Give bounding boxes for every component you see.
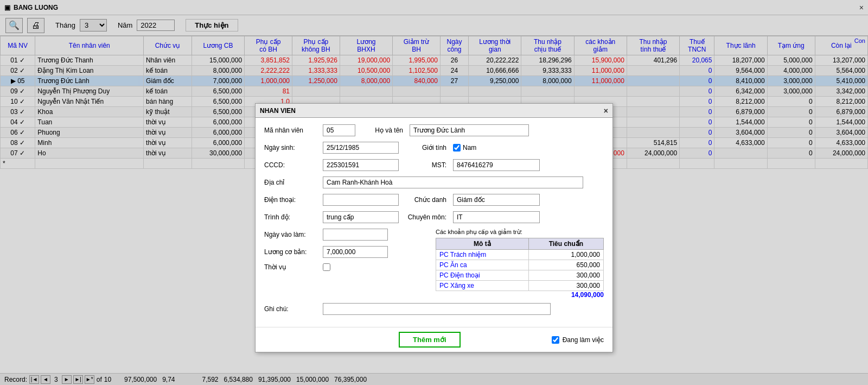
thoi-vu-label: Thời vụ — [264, 263, 318, 271]
luong-co-ban-input[interactable] — [323, 246, 388, 258]
allowance-title: Các khoản phụ cấp và giảm trừ: — [436, 229, 604, 236]
allowance-table: Mô tả Tiêu chuẩn PC Trách nhiệm1,000,000… — [436, 238, 604, 291]
ngay-sinh-row: Ngày sinh: Giới tính Nam — [264, 142, 604, 154]
chuc-danh-label: Chức danh — [403, 196, 446, 204]
cccd-row: CCCD: MST: — [264, 159, 604, 171]
nhan-vien-modal: NHAN VIEN × Mã nhân viên Họ và tên Ngày … — [255, 103, 613, 352]
ho-ten-label: Họ và tên — [360, 127, 403, 134]
modal-overlay: NHAN VIEN × Mã nhân viên Họ và tên Ngày … — [0, 0, 868, 385]
gioi-tinh-group: Nam — [453, 144, 476, 152]
cccd-label: CCCD: — [264, 161, 318, 169]
mst-input[interactable] — [453, 159, 540, 171]
luong-co-ban-label: Lương cơ bản: — [264, 248, 318, 256]
lower-section: Ngày vào làm: Lương cơ bản: Thời vụ Các … — [264, 229, 604, 299]
ngay-vao-lam-label: Ngày vào làm: — [264, 231, 318, 238]
allowance-total: 14,090,000 — [436, 291, 604, 299]
dien-thoai-label: Điện thoại: — [264, 196, 318, 204]
thoi-vu-checkbox[interactable] — [323, 263, 330, 271]
them-moi-button[interactable]: Thêm mới — [399, 332, 460, 348]
modal-body: Mã nhân viên Họ và tên Ngày sinh: Giới t… — [256, 118, 612, 327]
modal-close-button[interactable]: × — [604, 106, 608, 115]
gioi-tinh-label: Giới tính — [403, 144, 446, 152]
ghi-chu-label: Ghi chú: — [264, 305, 318, 313]
ngay-vao-lam-row: Ngày vào làm: — [264, 229, 427, 241]
chuyen-mon-label: Chuyên môn: — [403, 213, 446, 221]
dien-thoai-input[interactable] — [323, 194, 399, 206]
ma-nv-row: Mã nhân viên Họ và tên — [264, 124, 604, 136]
modal-titlebar: NHAN VIEN × — [256, 104, 612, 118]
col-mo-ta: Mô tả — [436, 238, 529, 250]
dia-chi-input[interactable] — [323, 176, 583, 188]
allowance-scroll[interactable]: Mô tả Tiêu chuẩn PC Trách nhiệm1,000,000… — [436, 238, 604, 291]
dia-chi-row: Địa chỉ — [264, 176, 604, 188]
cccd-input[interactable] — [323, 159, 399, 171]
gioi-tinh-nam-checkbox[interactable] — [453, 144, 461, 152]
mst-label: MST: — [403, 161, 446, 169]
ghi-chu-input[interactable] — [323, 303, 551, 315]
ma-nv-label: Mã nhân viên — [264, 127, 318, 134]
dang-lam-viec-label: Đang làm việc — [563, 336, 604, 344]
allowance-row: PC Xăng xe300,000 — [436, 281, 604, 291]
ngay-sinh-input[interactable] — [323, 142, 399, 154]
ho-ten-input[interactable] — [410, 124, 529, 136]
modal-footer: Thêm mới Đang làm việc — [256, 327, 612, 352]
gioi-tinh-nam-label: Nam — [463, 144, 476, 152]
dia-chi-label: Địa chỉ — [264, 179, 318, 186]
luong-co-ban-row: Lương cơ bản: — [264, 246, 427, 258]
dang-lam-viec-group: Đang làm việc — [552, 336, 604, 344]
trinh-do-label: Trình độ: — [264, 213, 318, 221]
thoi-vu-row: Thời vụ — [264, 263, 427, 271]
allowance-row: PC Ăn ca650,000 — [436, 260, 604, 270]
chuc-danh-input[interactable] — [453, 194, 540, 206]
ghi-chu-row: Ghi chú: — [264, 303, 604, 315]
ngay-sinh-label: Ngày sinh: — [264, 144, 318, 152]
trinh-do-input[interactable] — [323, 211, 399, 223]
dien-thoai-row: Điện thoại: Chức danh — [264, 194, 604, 206]
dang-lam-viec-checkbox[interactable] — [552, 336, 559, 344]
allowance-row: PC Trách nhiệm1,000,000 — [436, 250, 604, 260]
allowance-section: Các khoản phụ cấp và giảm trừ: Mô tả Tiê… — [436, 229, 604, 299]
allowance-row: PC Điện thoại300,000 — [436, 270, 604, 281]
col-tieu-chuan: Tiêu chuẩn — [528, 238, 603, 250]
chuyen-mon-input[interactable] — [453, 211, 540, 223]
trinh-do-row: Trình độ: Chuyên môn: — [264, 211, 604, 223]
ma-nv-input[interactable] — [323, 124, 355, 136]
left-lower: Ngày vào làm: Lương cơ bản: Thời vụ — [264, 229, 427, 299]
modal-title: NHAN VIEN — [260, 107, 296, 115]
ngay-vao-lam-input[interactable] — [323, 229, 388, 241]
